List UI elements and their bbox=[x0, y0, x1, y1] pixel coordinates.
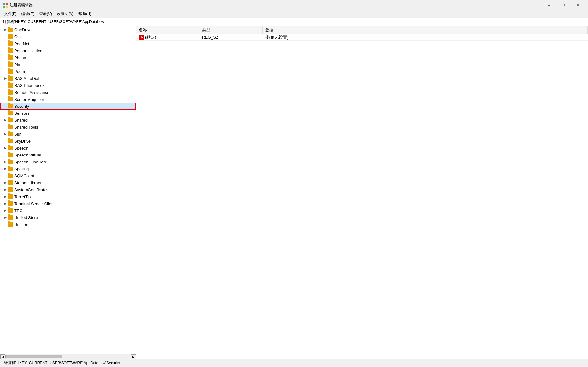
col-header-name[interactable]: 名称 bbox=[136, 26, 199, 34]
tree-node-speech-onecore[interactable]: ▶ Speech_OneCore bbox=[0, 158, 136, 165]
folder-icon-tpg bbox=[8, 208, 13, 213]
hscroll-thumb[interactable] bbox=[5, 355, 62, 358]
label-spelling: Spelling bbox=[14, 167, 29, 171]
tree-node-shared-tools[interactable]: Shared Tools bbox=[0, 124, 136, 131]
expand-tpg[interactable]: ▶ bbox=[3, 208, 8, 213]
maximize-button[interactable]: ☐ bbox=[556, 0, 571, 10]
tree-node-osk[interactable]: Osk bbox=[0, 33, 136, 40]
folder-icon-speech-onecore bbox=[8, 160, 13, 164]
tree-node-sensors[interactable]: Sensors bbox=[0, 110, 136, 117]
hscroll-right-btn[interactable]: ▶ bbox=[131, 354, 136, 359]
menu-view[interactable]: 查看(V) bbox=[37, 11, 54, 17]
minimize-button[interactable]: ─ bbox=[542, 0, 556, 10]
tree-node-tpg[interactable]: ▶ TPG bbox=[0, 207, 136, 214]
expand-onedrive[interactable]: ▶ bbox=[3, 27, 8, 32]
svg-rect-1 bbox=[6, 3, 8, 5]
label-tablettip: TabletTip bbox=[14, 194, 31, 199]
label-peernet: PeerNet bbox=[14, 41, 29, 46]
label-shared-tools: Shared Tools bbox=[14, 125, 38, 130]
col-header-type[interactable]: 类型 bbox=[199, 26, 263, 34]
label-personalization: Personalization bbox=[14, 48, 42, 53]
tree-node-screenmagnifier[interactable]: ScreenMagnifier bbox=[0, 96, 136, 103]
folder-icon-speech bbox=[8, 146, 13, 150]
status-bar: 计算机\HKEY_CURRENT_USER\SOFTWARE\AppDataLo… bbox=[0, 359, 588, 367]
address-bar: 计算机\HKEY_CURRENT_USER\SOFTWARE\AppDataLo… bbox=[0, 18, 588, 26]
tree-node-ras-autodial[interactable]: ▶ RAS AutoDial bbox=[0, 75, 136, 82]
hscroll-left-btn[interactable]: ◀ bbox=[0, 354, 5, 359]
col-header-data[interactable]: 数据 bbox=[263, 26, 588, 34]
folder-icon-unified-store bbox=[8, 215, 13, 220]
close-button[interactable]: ✕ bbox=[571, 0, 585, 10]
tree-node-skydrive[interactable]: SkyDrive bbox=[0, 138, 136, 144]
hscroll-track[interactable] bbox=[5, 354, 131, 359]
folder-icon-poom bbox=[8, 69, 13, 74]
folder-icon-sensors bbox=[8, 111, 13, 115]
expand-systemcertificates[interactable]: ▶ bbox=[3, 187, 8, 192]
tree-scroll[interactable]: ▶ OneDrive Osk PeerNet bbox=[0, 26, 136, 354]
menu-file[interactable]: 文件(F) bbox=[2, 11, 19, 17]
tree-node-unified-store[interactable]: ▶ Unified Store bbox=[0, 214, 136, 221]
folder-icon-speech-virtual bbox=[8, 153, 13, 157]
tree-node-tablettip[interactable]: ▶ TabletTip bbox=[0, 193, 136, 200]
label-sqmclient: SQMClient bbox=[14, 174, 34, 178]
tree-node-peernet[interactable]: PeerNet bbox=[0, 40, 136, 47]
table-row[interactable]: ab (默认) REG_SZ (数值未设置) bbox=[136, 34, 588, 41]
tree-node-ras-phonebook[interactable]: RAS Phonebook bbox=[0, 82, 136, 89]
tree-node-poom[interactable]: Poom bbox=[0, 68, 136, 75]
expand-tablettip[interactable]: ▶ bbox=[3, 194, 8, 199]
tree-node-terminal-server-client[interactable]: ▶ Terminal Server Client bbox=[0, 200, 136, 207]
menu-help[interactable]: 帮助(H) bbox=[76, 11, 94, 17]
label-unistore: Unistore bbox=[14, 222, 29, 227]
tree-node-pim[interactable]: Pim bbox=[0, 61, 136, 68]
tree-node-unistore[interactable]: Unistore bbox=[0, 221, 136, 228]
label-speech-onecore: Speech_OneCore bbox=[14, 160, 47, 164]
folder-icon-terminal-server-client bbox=[8, 201, 13, 206]
label-speech-virtual: Speech Virtual bbox=[14, 153, 41, 157]
expand-unified-store[interactable]: ▶ bbox=[3, 215, 8, 220]
window-controls: ─ ☐ ✕ bbox=[542, 0, 585, 10]
menu-bar: 文件(F) 编辑(E) 查看(V) 收藏夹(A) 帮助(H) bbox=[0, 10, 588, 18]
label-systemcertificates: SystemCertificates bbox=[14, 187, 48, 192]
expand-siuf[interactable]: ▶ bbox=[3, 132, 8, 137]
menu-favorites[interactable]: 收藏夹(A) bbox=[54, 11, 76, 17]
tree-node-storagelibrary[interactable]: ▶ StorageLibrary bbox=[0, 179, 136, 186]
expand-storagelibrary[interactable]: ▶ bbox=[3, 180, 8, 185]
tree-node-spelling[interactable]: ▶ Spelling bbox=[0, 165, 136, 172]
tree-node-siuf[interactable]: ▶ Siuf bbox=[0, 131, 136, 138]
tree-node-remote-assistance[interactable]: Remote Assistance bbox=[0, 89, 136, 96]
expand-speech-onecore[interactable]: ▶ bbox=[3, 159, 8, 164]
cell-name-default: ab (默认) bbox=[136, 34, 199, 40]
tree-node-security[interactable]: Security bbox=[0, 103, 136, 110]
right-pane: 名称 类型 数据 ab (默认) REG_SZ (数值未设置) bbox=[136, 26, 588, 359]
expand-terminal-server-client[interactable]: ▶ bbox=[3, 201, 8, 206]
tree-node-speech[interactable]: ▶ Speech bbox=[0, 144, 136, 151]
expand-spelling[interactable]: ▶ bbox=[3, 166, 8, 171]
tree-node-systemcertificates[interactable]: ▶ SystemCertificates bbox=[0, 186, 136, 193]
tree-node-speech-virtual[interactable]: Speech Virtual bbox=[0, 151, 136, 158]
tree-node-phone[interactable]: Phone bbox=[0, 54, 136, 61]
tree-hscroll[interactable]: ◀ ▶ bbox=[0, 354, 136, 359]
folder-icon-screenmagnifier bbox=[8, 97, 13, 101]
expand-speech[interactable]: ▶ bbox=[3, 145, 8, 150]
tree-node-personalization[interactable]: Personalization bbox=[0, 47, 136, 54]
expand-shared[interactable]: ▶ bbox=[3, 118, 8, 123]
cell-name-text: (默认) bbox=[145, 34, 156, 40]
folder-icon-ras-autodial bbox=[8, 76, 13, 81]
folder-icon-personalization bbox=[8, 48, 13, 53]
tree-node-shared[interactable]: ▶ Shared bbox=[0, 117, 136, 124]
folder-icon-systemcertificates bbox=[8, 187, 13, 192]
label-skydrive: SkyDrive bbox=[14, 139, 31, 144]
tree-node-sqmclient[interactable]: SQMClient bbox=[0, 172, 136, 179]
label-terminal-server-client: Terminal Server Client bbox=[14, 201, 55, 206]
label-shared: Shared bbox=[14, 118, 28, 123]
window-title: 注册表编辑器 bbox=[10, 3, 542, 8]
folder-icon-unistore bbox=[8, 222, 13, 227]
expand-ras-autodial[interactable]: ▶ bbox=[3, 76, 8, 81]
menu-edit[interactable]: 编辑(E) bbox=[19, 11, 37, 17]
tree-node-onedrive[interactable]: ▶ OneDrive bbox=[0, 26, 136, 33]
folder-icon-storagelibrary bbox=[8, 180, 13, 185]
table-header: 名称 类型 数据 bbox=[136, 26, 588, 34]
label-siuf: Siuf bbox=[14, 132, 21, 137]
label-ras-autodial: RAS AutoDial bbox=[14, 76, 39, 81]
label-speech: Speech bbox=[14, 146, 28, 150]
